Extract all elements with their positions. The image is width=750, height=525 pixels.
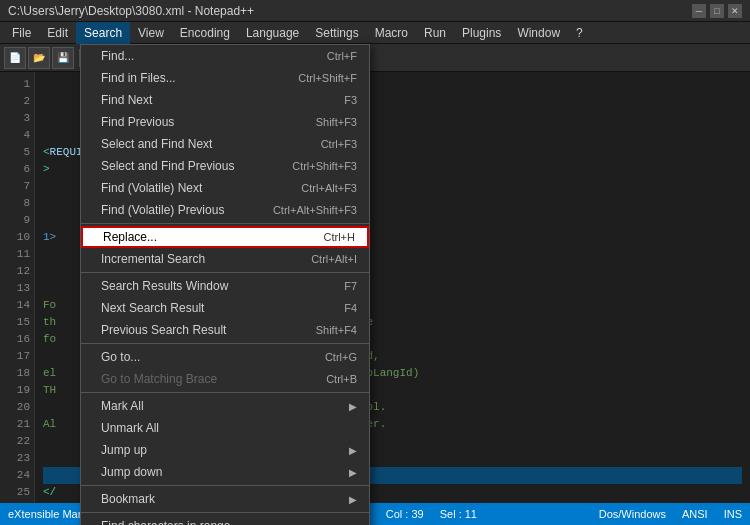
menu-goto-matching-brace: Go to Matching Brace Ctrl+B [81, 368, 369, 390]
menu-run[interactable]: Run [416, 22, 454, 44]
toolbar-open[interactable]: 📂 [28, 47, 50, 69]
menu-separator-5 [81, 485, 369, 486]
menu-find-volatile-previous[interactable]: Find (Volatile) Previous Ctrl+Alt+Shift+… [81, 199, 369, 221]
menu-edit[interactable]: Edit [39, 22, 76, 44]
menu-incremental-search[interactable]: Incremental Search Ctrl+Alt+I [81, 248, 369, 270]
menu-separator-6 [81, 512, 369, 513]
menu-jump-down[interactable]: Jump down ▶ [81, 461, 369, 483]
menu-find-next[interactable]: Find Next F3 [81, 89, 369, 111]
menu-view[interactable]: View [130, 22, 172, 44]
menu-separator-4 [81, 392, 369, 393]
menu-search[interactable]: Search [76, 22, 130, 44]
menu-unmark-all[interactable]: Unmark All [81, 417, 369, 439]
toolbar-new[interactable]: 📄 [4, 47, 26, 69]
toolbar-save[interactable]: 💾 [52, 47, 74, 69]
menu-mark-all[interactable]: Mark All ▶ [81, 395, 369, 417]
menu-find-chars-in-range[interactable]: Find characters in range... [81, 515, 369, 525]
menu-separator-3 [81, 343, 369, 344]
menu-separator-2 [81, 272, 369, 273]
menu-select-find-next[interactable]: Select and Find Next Ctrl+F3 [81, 133, 369, 155]
menu-find[interactable]: Find... Ctrl+F [81, 45, 369, 67]
menu-find-previous[interactable]: Find Previous Shift+F3 [81, 111, 369, 133]
menu-next-search-result[interactable]: Next Search Result F4 [81, 297, 369, 319]
menu-replace[interactable]: Replace... Ctrl+H [81, 226, 369, 248]
search-dropdown: Find... Ctrl+F Find in Files... Ctrl+Shi… [80, 44, 370, 525]
menu-find-in-files[interactable]: Find in Files... Ctrl+Shift+F [81, 67, 369, 89]
menu-select-find-previous[interactable]: Select and Find Previous Ctrl+Shift+F3 [81, 155, 369, 177]
menu-bookmark[interactable]: Bookmark ▶ [81, 488, 369, 510]
title-bar: C:\Users\Jerry\Desktop\3080.xml - Notepa… [0, 0, 750, 22]
status-encoding: ANSI [682, 508, 708, 520]
status-insert-mode: INS [724, 508, 742, 520]
menu-macro[interactable]: Macro [367, 22, 416, 44]
menu-jump-up[interactable]: Jump up ▶ [81, 439, 369, 461]
line-numbers: 12345 678910 1112131415 1617181920 21222… [0, 72, 35, 503]
menu-search-results-window[interactable]: Search Results Window F7 [81, 275, 369, 297]
title-controls: ─ □ ✕ [692, 4, 742, 18]
minimize-button[interactable]: ─ [692, 4, 706, 18]
title-text: C:\Users\Jerry\Desktop\3080.xml - Notepa… [8, 4, 254, 18]
menu-file[interactable]: File [4, 22, 39, 44]
menu-encoding[interactable]: Encoding [172, 22, 238, 44]
status-line-ending: Dos/Windows [599, 508, 666, 520]
close-button[interactable]: ✕ [728, 4, 742, 18]
status-sel: Sel : 11 [440, 508, 477, 520]
menu-bar: File Edit Search View Encoding Language … [0, 22, 750, 44]
menu-help[interactable]: ? [568, 22, 591, 44]
menu-window[interactable]: Window [509, 22, 568, 44]
status-col: Col : 39 [386, 508, 424, 520]
menu-language[interactable]: Language [238, 22, 307, 44]
maximize-button[interactable]: □ [710, 4, 724, 18]
menu-settings[interactable]: Settings [307, 22, 366, 44]
menu-separator-1 [81, 223, 369, 224]
menu-goto[interactable]: Go to... Ctrl+G [81, 346, 369, 368]
menu-plugins[interactable]: Plugins [454, 22, 509, 44]
menu-previous-search-result[interactable]: Previous Search Result Shift+F4 [81, 319, 369, 341]
menu-find-volatile-next[interactable]: Find (Volatile) Next Ctrl+Alt+F3 [81, 177, 369, 199]
